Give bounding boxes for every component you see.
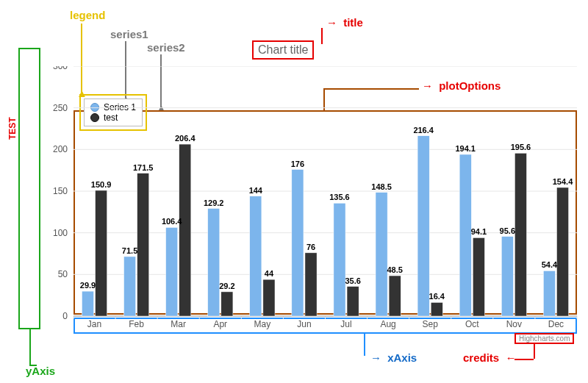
xaxis-tick: Aug (380, 319, 395, 329)
anno-yaxis-label: yAxis (26, 365, 55, 377)
anno-title-label: title (343, 16, 363, 29)
data-label: 148.5 (371, 182, 392, 191)
xaxis-tick: May (254, 319, 271, 329)
bar[interactable] (556, 187, 568, 316)
anno-yaxis-box (18, 48, 40, 329)
bar[interactable] (221, 292, 233, 316)
xaxis-tick: Oct (465, 319, 479, 329)
svg-text:100: 100 (53, 228, 68, 238)
anno-credits-label: credits (463, 351, 499, 364)
bar[interactable] (334, 203, 345, 316)
anno-title-line (321, 28, 323, 44)
bar[interactable] (543, 271, 555, 316)
data-label: 29.2 (219, 282, 234, 290)
data-label: 150.9 (91, 180, 112, 189)
svg-text:250: 250 (53, 103, 68, 113)
anno-credits-hline (514, 359, 534, 360)
anno-xaxis-line (364, 332, 365, 356)
data-label: 176 (291, 160, 304, 168)
anno-yaxis-hook (29, 365, 37, 366)
data-label: 216.4 (413, 126, 434, 135)
data-label: 16.4 (429, 292, 445, 301)
bar[interactable] (263, 279, 275, 316)
bar[interactable] (389, 276, 401, 316)
bar[interactable] (501, 237, 513, 316)
bar[interactable] (137, 173, 149, 316)
data-label: 44 (265, 269, 274, 278)
data-label: 94.1 (471, 227, 487, 236)
xaxis-tick: Apr (213, 319, 227, 329)
bar[interactable] (208, 209, 220, 316)
credits: Highcharts.com (514, 333, 574, 344)
bar[interactable] (250, 196, 262, 316)
data-label: 48.5 (387, 265, 402, 274)
data-label: 35.6 (345, 276, 360, 285)
data-label: 29.9 (80, 281, 96, 290)
bar[interactable] (166, 227, 178, 316)
data-label: 195.6 (511, 143, 531, 151)
anno-yaxis-line (29, 329, 31, 365)
bar[interactable] (417, 136, 429, 316)
xaxis-tick: Mar (171, 319, 186, 329)
data-label: 206.4 (175, 134, 196, 143)
bar[interactable] (124, 257, 136, 316)
data-label: 106.4 (162, 217, 182, 226)
anno-legend-label: legend (70, 9, 105, 21)
data-label: 76 (306, 243, 315, 251)
bars (82, 136, 568, 316)
svg-text:300: 300 (53, 66, 68, 71)
chart: 05010015020025030029.9150.971.5171.5106.… (44, 66, 581, 331)
bar[interactable] (305, 253, 317, 316)
anno-credits-vline (534, 343, 535, 359)
bar[interactable] (514, 153, 526, 316)
svg-text:200: 200 (53, 144, 68, 154)
data-label: 95.6 (500, 226, 515, 235)
xaxis-tick: Nov (506, 319, 522, 329)
bar[interactable] (431, 302, 442, 316)
bar[interactable] (292, 170, 304, 316)
anno-series2-label: series2 (147, 41, 185, 54)
bar[interactable] (459, 154, 471, 316)
bar[interactable] (96, 190, 107, 316)
bar[interactable] (347, 287, 359, 316)
arrow-right-icon: → (326, 16, 337, 29)
anno-series1-label: series1 (110, 28, 148, 40)
yaxis-title: TEST (7, 117, 18, 140)
svg-text:0: 0 (62, 311, 68, 321)
xaxis-tick: Jul (340, 319, 351, 329)
data-label: 135.6 (329, 193, 350, 201)
arrow-right-icon: → (370, 351, 381, 364)
anno-xaxis-label: xAxis (387, 351, 417, 364)
xaxis-tick: Feb (129, 319, 144, 329)
data-label: 154.4 (553, 177, 573, 186)
chart-title: Chart title (252, 40, 314, 60)
xaxis-tick: Sep (423, 319, 439, 329)
data-label: 129.2 (204, 198, 224, 207)
data-label: 144 (249, 186, 263, 195)
xaxis-tick: Jan (87, 319, 101, 329)
xaxis-tick: Jun (297, 319, 311, 329)
data-label: 194.1 (455, 144, 476, 153)
xaxis-tick: Dec (548, 319, 564, 329)
data-label: 171.5 (133, 163, 154, 172)
data-label: 71.5 (122, 246, 137, 255)
data-label: 54.4 (542, 260, 558, 269)
bar[interactable] (473, 237, 484, 316)
bar[interactable] (179, 144, 191, 316)
svg-text:50: 50 (58, 269, 68, 279)
bar[interactable] (376, 193, 387, 316)
svg-text:150: 150 (53, 186, 68, 196)
arrow-left-icon: ← (505, 351, 516, 364)
bar[interactable] (82, 291, 93, 316)
